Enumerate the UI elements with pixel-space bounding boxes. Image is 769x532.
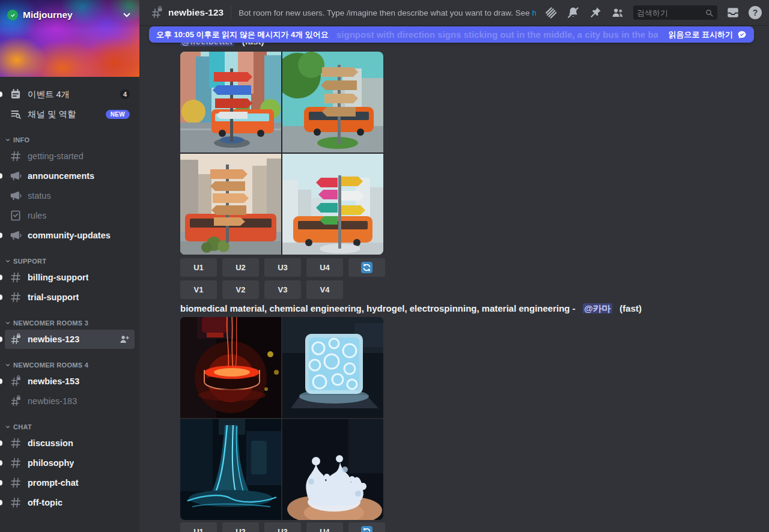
chevron-down-icon (5, 320, 11, 326)
v3-button[interactable]: V3 (264, 280, 301, 299)
pinned-messages-icon[interactable] (589, 6, 602, 19)
channel-newbies-183[interactable]: newbies-183 (5, 391, 135, 411)
generated-image-1[interactable] (180, 52, 281, 153)
section-title: NEWCOMER ROOMS 3 (13, 319, 88, 327)
member-list-icon[interactable] (611, 6, 624, 19)
u2-button[interactable]: U2 (222, 522, 259, 532)
generated-image-3[interactable] (180, 154, 281, 255)
channel-label: status (28, 191, 51, 201)
generated-image-4[interactable] (282, 154, 383, 255)
section-header-info[interactable]: INFO (0, 133, 139, 147)
message-1-variation-row: V1 V2 V3 V4 (180, 280, 343, 299)
hash-icon (10, 497, 22, 509)
v2-button[interactable]: V2 (222, 280, 259, 299)
section-title: NEWCOMER ROOMS 4 (13, 361, 88, 369)
unread-pill (0, 379, 2, 384)
channel-newbies-153[interactable]: newbies-153 (5, 372, 135, 391)
hash-icon (10, 291, 22, 303)
server-name: Midjourney (23, 10, 117, 20)
channel-billing-support[interactable]: billing-support (5, 268, 135, 287)
obscured-prompt-text: signpost with direction signs sticking o… (336, 26, 658, 43)
message-2-content: biomedical material, chemical engineerin… (180, 303, 642, 315)
channel-discussion[interactable]: discussion (5, 434, 135, 453)
server-header[interactable]: Midjourney (0, 0, 139, 30)
notifications-muted-icon[interactable] (567, 6, 580, 19)
u2-button[interactable]: U2 (222, 258, 259, 277)
reroll-button[interactable] (348, 522, 385, 532)
channel-label: prompt-chat (28, 478, 79, 488)
channel-rules[interactable]: rules (5, 206, 135, 225)
u4-button[interactable]: U4 (306, 258, 343, 277)
events-count-badge: 4 (120, 89, 130, 99)
u1-button[interactable]: U1 (180, 258, 217, 277)
channel-header: newbies-123 Bot room for new users. Type… (139, 0, 769, 25)
signpost-city-scene-3 (180, 154, 281, 255)
signpost-city-scene-1 (180, 52, 281, 153)
sidebar-item-channels-roles[interactable]: 채널 및 역할 NEW (5, 104, 135, 124)
topic-link[interactable]: htt… (532, 8, 536, 17)
unread-pill (0, 174, 2, 179)
u3-button[interactable]: U3 (264, 258, 301, 277)
unread-pill (0, 500, 2, 506)
u4-button[interactable]: U4 (306, 522, 343, 532)
u3-button[interactable]: U3 (264, 522, 301, 532)
generated-image-3[interactable] (180, 419, 281, 520)
topic-text: Bot room for new users. Type /imagine th… (239, 8, 532, 17)
channel-status[interactable]: status (5, 186, 135, 205)
megaphone-icon (10, 229, 22, 241)
unread-messages-bar[interactable]: 오후 10:05 이후로 읽지 않은 메시지가 4개 있어요 signpost … (149, 26, 754, 43)
channel-off-topic[interactable]: off-topic (5, 493, 135, 512)
message-2-image-grid (180, 317, 383, 520)
section-header-chat[interactable]: CHAT (0, 420, 139, 434)
threads-icon[interactable] (544, 6, 558, 19)
hash-lock-icon (10, 333, 22, 345)
channel-trial-support[interactable]: trial-support (5, 288, 135, 307)
channel-getting-started[interactable]: getting-started (5, 147, 135, 166)
generated-image-1[interactable] (180, 317, 281, 418)
unread-pill (0, 92, 2, 97)
generated-image-2[interactable] (282, 317, 383, 418)
channel-topic[interactable]: Bot room for new users. Type /imagine th… (239, 8, 536, 17)
search-icon (705, 8, 714, 17)
unread-pill (0, 233, 2, 238)
channel-label: off-topic (28, 498, 62, 507)
message-area: 오후 10:05 이후로 읽지 않은 메시지가 4개 있어요 signpost … (139, 25, 769, 532)
channel-label: announcements (28, 171, 94, 181)
help-icon[interactable]: ? (749, 6, 762, 19)
section-header-newcomer-rooms-4[interactable]: NEWCOMER ROOMS 4 (0, 358, 139, 372)
channel-title: newbies-123 (168, 7, 223, 18)
channel-community-updates[interactable]: community-updates (5, 226, 135, 245)
chevron-down-icon (5, 137, 11, 143)
user-mention[interactable]: @카마 (583, 303, 612, 313)
channel-announcements[interactable]: announcements (5, 166, 135, 186)
help-glyph: ? (753, 8, 758, 17)
section-title: INFO (13, 136, 29, 144)
search-box[interactable] (633, 5, 717, 20)
generated-image-4[interactable] (282, 419, 383, 520)
hash-icon (10, 271, 22, 283)
channel-newbies-123[interactable]: newbies-123 (5, 330, 135, 349)
generated-image-2[interactable] (282, 52, 383, 153)
u1-button[interactable]: U1 (180, 522, 217, 532)
section-header-newcomer-rooms-3[interactable]: NEWCOMER ROOMS 3 (0, 316, 139, 330)
browse-label: 채널 및 역할 (28, 109, 76, 120)
channel-list: 이벤트 4개 4 채널 및 역할 NEW INFO getting-starte… (0, 77, 139, 512)
reroll-emoji-icon (361, 526, 372, 532)
reroll-button[interactable] (348, 258, 385, 277)
chevron-down-icon (5, 424, 11, 430)
v4-button[interactable]: V4 (306, 280, 343, 299)
channel-prompt-chat[interactable]: prompt-chat (5, 473, 135, 492)
unread-pill (0, 441, 2, 446)
channel-sidebar: Midjourney 이벤트 4개 4 채널 및 역할 NEW INFO get… (0, 0, 139, 532)
sidebar-item-events[interactable]: 이벤트 4개 4 (5, 85, 135, 104)
unread-pill (0, 275, 2, 280)
divider (231, 6, 231, 19)
channel-philosophy[interactable]: philosophy (5, 453, 135, 473)
search-input[interactable] (637, 8, 702, 17)
inbox-icon[interactable] (726, 6, 740, 19)
v1-button[interactable]: V1 (180, 280, 217, 299)
mark-as-read-button[interactable]: 읽음으로 표시하기 (668, 29, 747, 40)
invite-members-icon[interactable] (119, 334, 130, 345)
section-header-support[interactable]: SUPPORT (0, 255, 139, 268)
rules-icon (10, 210, 22, 222)
